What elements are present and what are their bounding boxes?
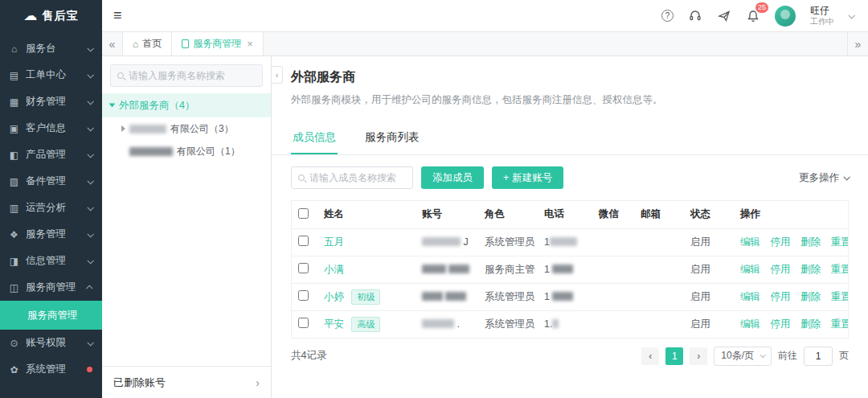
reset-password-link[interactable]: 重置密码 <box>830 318 848 330</box>
member-wechat <box>592 228 634 256</box>
disable-link[interactable]: 停用 <box>770 318 790 330</box>
sidebar-item-system-mgmt[interactable]: ✿ 系统管理 <box>0 356 102 383</box>
delete-link[interactable]: 删除 <box>800 318 821 330</box>
sidebar-item-products[interactable]: ◧ 产品管理 <box>0 142 102 168</box>
page-header: 外部服务商 外部服务商模块，用于维护公司的服务商信息，包括服务商注册信息、授权信… <box>272 56 868 117</box>
delete-link[interactable]: 删除 <box>800 236 821 248</box>
table-footer: 共4记录 ‹ 1 › 10条/页 前往 页 <box>272 339 868 366</box>
tabs-scroll-right-icon[interactable]: » <box>847 32 868 55</box>
prev-page-button[interactable]: ‹ <box>641 347 659 365</box>
next-page-button[interactable]: › <box>690 347 707 365</box>
headset-icon[interactable] <box>688 9 702 23</box>
panel-collapse-handle[interactable]: ‹ <box>272 66 283 84</box>
member-role: 服务商主管 <box>478 256 538 283</box>
edit-link[interactable]: 编辑 <box>740 318 760 330</box>
edit-link[interactable]: 编辑 <box>740 236 760 248</box>
app-window: ☁ 售后宝 ≡ ? 25 旺仔 <box>0 0 868 398</box>
goto-page-input[interactable] <box>804 347 833 366</box>
chevron-down-icon <box>87 72 93 78</box>
disable-link[interactable]: 停用 <box>770 291 790 302</box>
page-size-select[interactable]: 10条/页 <box>714 347 772 366</box>
member-email <box>634 228 684 256</box>
reset-password-link[interactable]: 重置密码 <box>830 291 848 302</box>
row-checkbox[interactable] <box>298 290 309 301</box>
disable-link[interactable]: 停用 <box>770 236 790 248</box>
new-account-button[interactable]: + 新建账号 <box>492 166 563 189</box>
member-email <box>634 310 684 338</box>
close-icon[interactable]: × <box>247 38 253 50</box>
brand: ☁ 售后宝 <box>0 0 102 32</box>
tabs-scroll-left-icon[interactable]: « <box>102 32 123 55</box>
provider-tree-panel: 外部服务商（4） 有限公司（3） 有限公司（1） 已删除 <box>102 56 272 398</box>
edit-link[interactable]: 编辑 <box>740 291 760 302</box>
edit-link[interactable]: 编辑 <box>740 264 760 275</box>
page-unit-label: 页 <box>839 349 849 363</box>
tree-node-external-providers[interactable]: 外部服务商（4） <box>102 93 271 117</box>
sidebar-item-service-mgmt[interactable]: ❖ 服务管理 <box>0 221 102 248</box>
feedback-icon[interactable] <box>717 9 731 23</box>
search-icon <box>298 174 305 181</box>
delete-link[interactable]: 删除 <box>800 264 821 275</box>
user-menu-chevron-down-icon[interactable] <box>848 12 854 18</box>
menu-toggle-icon[interactable]: ≡ <box>102 7 133 24</box>
member-email <box>634 283 684 310</box>
sidebar-item-spare-parts[interactable]: ▨ 备件管理 <box>0 168 102 195</box>
reset-password-link[interactable]: 重置密码 <box>830 236 848 248</box>
reset-password-link[interactable]: 重置密码 <box>830 264 848 275</box>
tree-node-company-2[interactable]: 有限公司（1） <box>102 140 271 162</box>
help-icon[interactable]: ? <box>661 10 674 22</box>
member-toolbar: 添加成员 + 新建账号 更多操作 <box>272 155 868 199</box>
finance-icon: ▦ <box>8 96 20 108</box>
chevron-down-icon <box>87 231 93 237</box>
member-wechat <box>592 283 634 310</box>
tab-member-info[interactable]: 成员信息 <box>291 123 338 154</box>
user-avatar[interactable] <box>775 6 796 27</box>
sidebar-item-account-permissions[interactable]: ⊙ 账号权限 <box>0 330 102 356</box>
more-actions-dropdown[interactable]: 更多操作 <box>799 171 849 185</box>
sidebar-subitem-provider-mgmt[interactable]: 服务商管理 <box>0 301 102 330</box>
system-icon: ✿ <box>8 364 20 375</box>
tab-provider-list[interactable]: 服务商列表 <box>363 123 421 154</box>
user-info: 旺仔 工作中 <box>810 6 834 26</box>
records-total: 共4记录 <box>291 349 326 363</box>
row-checkbox[interactable] <box>298 263 309 273</box>
page-title: 外部服务商 <box>291 69 849 86</box>
disable-link[interactable]: 停用 <box>770 264 790 275</box>
top-bar: ☁ 售后宝 ≡ ? 25 旺仔 <box>0 0 868 32</box>
member-wechat <box>592 256 634 283</box>
page-1-button[interactable]: 1 <box>665 347 683 365</box>
customer-icon: ▣ <box>8 123 20 134</box>
member-name-link[interactable]: 小婷 <box>324 291 344 302</box>
tree-expand-icon[interactable] <box>109 104 116 108</box>
main-sidebar: ⌂ 服务台 ▤ 工单中心 ▦ 财务管理 ▣ 客户信息 ◧ 产品管理 <box>0 32 102 398</box>
tree-collapse-icon[interactable] <box>121 125 125 132</box>
col-header-wechat: 微信 <box>592 201 634 228</box>
add-member-button[interactable]: 添加成员 <box>421 166 484 189</box>
redacted-phone <box>552 292 573 301</box>
delete-link[interactable]: 删除 <box>800 291 821 302</box>
sidebar-item-finance[interactable]: ▦ 财务管理 <box>0 88 102 115</box>
member-search-input[interactable] <box>309 172 406 183</box>
tab-provider-mgmt[interactable]: 服务商管理 × <box>172 32 264 55</box>
redacted-account <box>422 265 446 273</box>
row-checkbox[interactable] <box>298 236 309 246</box>
sidebar-item-work-orders[interactable]: ▤ 工单中心 <box>0 62 102 88</box>
sidebar-item-info-mgmt[interactable]: ◨ 信息管理 <box>0 248 102 274</box>
sidebar-item-service-desk[interactable]: ⌂ 服务台 <box>0 35 102 62</box>
row-checkbox[interactable] <box>298 318 309 328</box>
home-icon: ⌂ <box>133 39 138 50</box>
alert-dot <box>87 367 92 372</box>
member-name-link[interactable]: 平安 <box>324 318 344 330</box>
member-name-link[interactable]: 五月 <box>324 236 344 248</box>
sidebar-item-operations-analysis[interactable]: ▥ 运营分析 <box>0 195 102 221</box>
sidebar-item-customer-info[interactable]: ▣ 客户信息 <box>0 115 102 142</box>
sidebar-item-provider-mgmt[interactable]: ◫ 服务商管理 <box>0 274 102 301</box>
select-all-checkbox[interactable] <box>298 208 309 219</box>
tree-node-company-1[interactable]: 有限公司（3） <box>102 117 271 140</box>
notifications-bell-icon[interactable]: 25 <box>746 9 760 23</box>
col-header-role: 角色 <box>478 201 538 228</box>
member-name-link[interactable]: 小满 <box>324 264 344 275</box>
tab-home[interactable]: ⌂ 首页 <box>123 32 172 55</box>
deleted-accounts-link[interactable]: 已删除账号 › <box>102 366 271 398</box>
provider-search-input[interactable] <box>129 70 256 81</box>
